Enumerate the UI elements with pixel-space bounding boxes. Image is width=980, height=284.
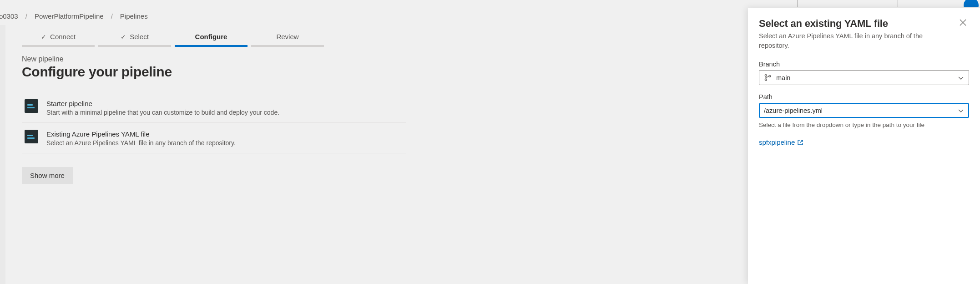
option-title: Starter pipeline xyxy=(46,99,279,107)
option-subtitle: Start with a minimal pipeline that you c… xyxy=(46,109,279,116)
option-subtitle: Select an Azure Pipelines YAML file in a… xyxy=(46,139,236,147)
branch-select[interactable]: main xyxy=(759,70,969,85)
path-select[interactable]: /azure-pipelines.yml xyxy=(759,103,969,118)
branch-label: Branch xyxy=(759,61,969,68)
show-more-button[interactable]: Show more xyxy=(22,167,73,184)
svg-point-0 xyxy=(765,75,767,76)
breadcrumb-item-org[interactable]: o0303 xyxy=(0,12,18,20)
pipeline-file-icon xyxy=(25,130,38,143)
step-label: Connect xyxy=(50,33,76,41)
step-select[interactable]: ✓ Select xyxy=(98,33,171,47)
pipeline-file-icon xyxy=(25,99,38,113)
breadcrumb-separator: / xyxy=(111,12,113,20)
breadcrumb-separator: / xyxy=(25,12,27,20)
pipeline-link[interactable]: spfxpipeline xyxy=(759,138,803,146)
svg-point-1 xyxy=(765,79,767,81)
path-label: Path xyxy=(759,93,969,101)
link-text: spfxpipeline xyxy=(759,138,795,146)
panel-subtitle: Select an Azure Pipelines YAML file in a… xyxy=(759,31,932,51)
yaml-file-panel: Select an existing YAML file Select an A… xyxy=(748,8,980,284)
path-hint: Select a file from the dropdown or type … xyxy=(759,122,969,128)
svg-point-2 xyxy=(769,75,771,77)
step-review[interactable]: Review xyxy=(251,33,324,47)
panel-title: Select an existing YAML file xyxy=(759,18,932,30)
close-button[interactable] xyxy=(957,18,969,29)
step-label: Review xyxy=(276,33,298,41)
avatar[interactable] xyxy=(964,0,979,8)
external-link-icon xyxy=(797,139,803,146)
checkmark-icon: ✓ xyxy=(121,34,126,40)
step-label: Select xyxy=(130,33,149,41)
step-configure[interactable]: Configure xyxy=(175,33,248,47)
branch-value: main xyxy=(776,74,953,81)
breadcrumb-item-area[interactable]: Pipelines xyxy=(120,12,148,20)
option-starter-pipeline[interactable]: Starter pipeline Start with a minimal pi… xyxy=(22,92,406,123)
path-value: /azure-pipelines.yml xyxy=(764,107,953,114)
page-title: Configure your pipeline xyxy=(22,64,406,80)
close-icon xyxy=(960,19,966,26)
search-box-fragment[interactable] xyxy=(798,0,898,8)
branch-icon xyxy=(764,74,772,81)
option-existing-yaml[interactable]: Existing Azure Pipelines YAML file Selec… xyxy=(22,123,406,153)
breadcrumb-item-project[interactable]: PowerPlatformPipeline xyxy=(35,12,104,20)
step-connect[interactable]: ✓ Connect xyxy=(22,33,95,47)
option-title: Existing Azure Pipelines YAML file xyxy=(46,130,236,138)
page-kicker: New pipeline xyxy=(22,55,406,63)
chevron-down-icon xyxy=(958,107,964,114)
checkmark-icon: ✓ xyxy=(41,34,46,40)
chevron-down-icon xyxy=(958,75,964,81)
step-label: Configure xyxy=(195,33,227,41)
